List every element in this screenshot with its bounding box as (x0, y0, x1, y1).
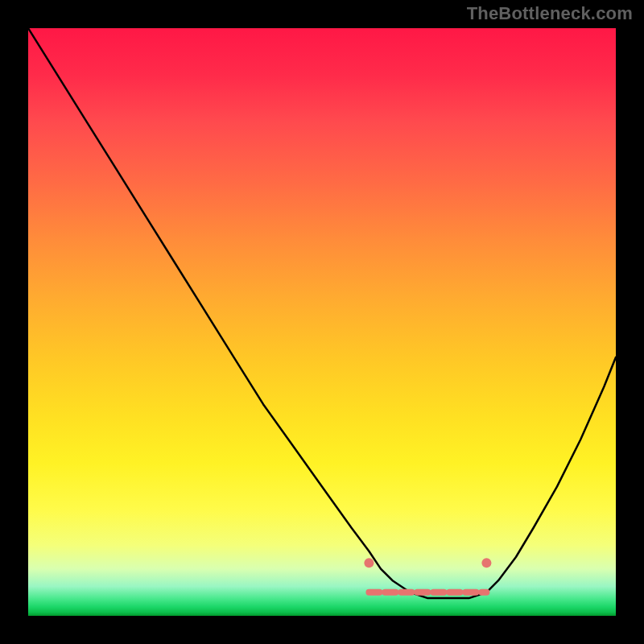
plot-area (28, 28, 616, 616)
bottleneck-curve (28, 28, 616, 598)
watermark-text: TheBottleneck.com (467, 3, 633, 24)
marker-dots (364, 558, 491, 568)
curve-overlay (28, 28, 616, 616)
marker-dot (364, 558, 374, 568)
marker-dot (481, 558, 491, 568)
chart-container: TheBottleneck.com (0, 0, 644, 644)
